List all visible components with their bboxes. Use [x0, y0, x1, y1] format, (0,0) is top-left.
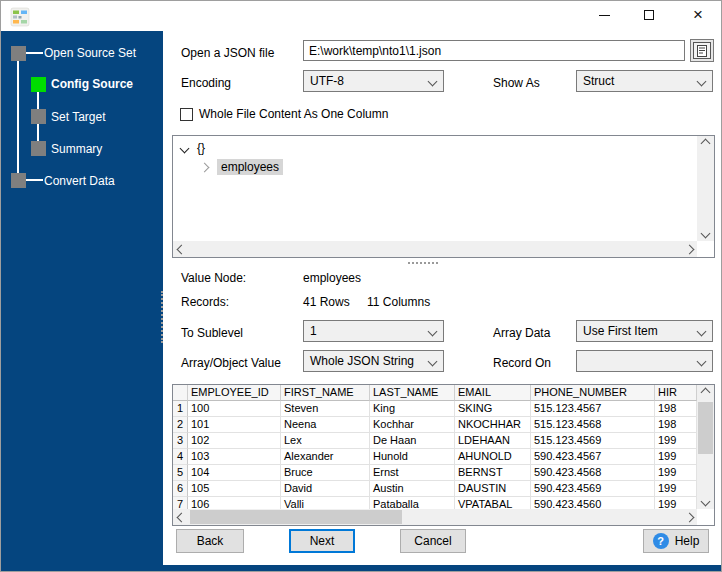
scroll-down-icon[interactable] — [697, 494, 714, 509]
next-button[interactable]: Next — [289, 529, 355, 553]
table-cell[interactable]: 199 — [655, 481, 697, 497]
table-cell[interactable]: 100 — [188, 401, 281, 417]
table-cell[interactable]: Hunold — [370, 449, 455, 465]
title-bar[interactable]: × — [1, 1, 721, 31]
scroll-up-icon[interactable] — [697, 136, 714, 151]
table-row[interactable]: 5104BruceErnstBERNST590.423.4568199 — [173, 465, 697, 481]
chevron-down-icon — [428, 76, 438, 86]
cancel-button[interactable]: Cancel — [400, 529, 466, 553]
table-cell[interactable]: De Haan — [370, 433, 455, 449]
back-button[interactable]: Back — [176, 529, 244, 553]
to-sublevel-select[interactable]: 1 — [303, 320, 444, 342]
table-cell[interactable]: Lex — [281, 433, 370, 449]
row-number-header[interactable] — [173, 385, 188, 401]
table-cell[interactable]: BERNST — [455, 465, 531, 481]
table-cell[interactable]: 105 — [188, 481, 281, 497]
table-cell[interactable]: DAUSTIN — [455, 481, 531, 497]
window-bottom-accent — [1, 565, 721, 571]
table-cell[interactable]: 515.123.4568 — [531, 417, 655, 433]
row-number-cell[interactable]: 6 — [173, 481, 188, 497]
scroll-right-icon[interactable] — [681, 241, 697, 257]
help-button[interactable]: ? Help — [643, 529, 709, 553]
table-row[interactable]: 4103AlexanderHunoldAHUNOLD590.423.456719… — [173, 449, 697, 465]
row-number-cell[interactable]: 5 — [173, 465, 188, 481]
table-cell[interactable]: 515.123.4569 — [531, 433, 655, 449]
scroll-up-icon[interactable] — [697, 385, 714, 400]
table-header-row: EMPLOYEE_IDFIRST_NAMELAST_NAMEEMAILPHONE… — [173, 385, 697, 401]
table-cell[interactable]: 199 — [655, 433, 697, 449]
scroll-right-icon[interactable] — [681, 509, 697, 525]
table-cell[interactable]: 199 — [655, 449, 697, 465]
column-header[interactable]: PHONE_NUMBER — [531, 385, 655, 401]
array-object-value-select[interactable]: Whole JSON String — [303, 350, 444, 372]
column-header[interactable]: LAST_NAME — [370, 385, 455, 401]
maximize-button[interactable] — [632, 1, 666, 29]
table-cell[interactable]: Ernst — [370, 465, 455, 481]
step-marker-config-source — [31, 77, 46, 92]
file-path-input[interactable] — [303, 40, 685, 61]
table-row[interactable]: 1100StevenKingSKING515.123.4567198 — [173, 401, 697, 417]
scroll-left-icon[interactable] — [173, 241, 189, 257]
table-cell[interactable]: AHUNOLD — [455, 449, 531, 465]
table-cell[interactable]: King — [370, 401, 455, 417]
column-header[interactable]: FIRST_NAME — [281, 385, 370, 401]
step-open-source-set: Open Source Set — [44, 46, 136, 60]
record-on-select[interactable] — [576, 350, 713, 372]
table-cell[interactable]: Neena — [281, 417, 370, 433]
browse-file-button[interactable] — [690, 39, 714, 62]
table-cell[interactable]: 198 — [655, 417, 697, 433]
row-number-cell[interactable]: 2 — [173, 417, 188, 433]
array-data-select[interactable]: Use First Item — [576, 320, 713, 342]
table-cell[interactable]: NKOCHHAR — [455, 417, 531, 433]
table-cell[interactable]: 590.423.4568 — [531, 465, 655, 481]
table-cell[interactable]: SKING — [455, 401, 531, 417]
encoding-select[interactable]: UTF-8 — [303, 70, 444, 92]
scroll-left-icon[interactable] — [173, 509, 189, 525]
vertical-splitter-grip[interactable] — [161, 291, 163, 343]
table-horizontal-scrollbar[interactable] — [173, 509, 697, 525]
table-cell[interactable]: 515.123.4567 — [531, 401, 655, 417]
whole-file-checkbox[interactable] — [180, 108, 193, 121]
tree-expanded-icon[interactable] — [180, 143, 190, 153]
column-header[interactable]: EMPLOYEE_ID — [188, 385, 281, 401]
table-cell[interactable]: Kochhar — [370, 417, 455, 433]
horizontal-splitter-grip[interactable] — [408, 262, 438, 264]
scroll-down-icon[interactable] — [697, 226, 714, 241]
table-cell[interactable]: LDEHAAN — [455, 433, 531, 449]
row-number-cell[interactable]: 1 — [173, 401, 188, 417]
close-button[interactable]: × — [681, 1, 715, 29]
table-cell[interactable]: 102 — [188, 433, 281, 449]
table-cell[interactable]: David — [281, 481, 370, 497]
row-number-cell[interactable]: 4 — [173, 449, 188, 465]
show-as-select[interactable]: Struct — [576, 70, 713, 92]
show-as-value: Struct — [583, 74, 614, 88]
column-header[interactable]: EMAIL — [455, 385, 531, 401]
table-cell[interactable]: Austin — [370, 481, 455, 497]
table-cell[interactable]: 101 — [188, 417, 281, 433]
table-row[interactable]: 3102LexDe HaanLDEHAAN515.123.4569199 — [173, 433, 697, 449]
tree-vertical-scrollbar[interactable] — [697, 136, 714, 241]
tree-horizontal-scrollbar[interactable] — [173, 241, 697, 257]
tree-collapsed-icon[interactable] — [200, 162, 210, 172]
table-vertical-scrollbar[interactable] — [697, 385, 714, 509]
step-connector-line — [37, 92, 39, 109]
table-row[interactable]: 6105DavidAustinDAUSTIN590.423.4569199 — [173, 481, 697, 497]
minimize-button[interactable] — [587, 1, 621, 29]
column-header[interactable]: HIR — [655, 385, 697, 401]
table-cell[interactable]: 198 — [655, 401, 697, 417]
tree-node-employees[interactable]: employees — [201, 159, 283, 175]
table-cell[interactable]: 103 — [188, 449, 281, 465]
table-cell[interactable]: 104 — [188, 465, 281, 481]
vertical-scroll-thumb[interactable] — [698, 402, 713, 454]
table-cell[interactable]: Bruce — [281, 465, 370, 481]
table-row[interactable]: 2101NeenaKochharNKOCHHAR515.123.4568198 — [173, 417, 697, 433]
table-cell[interactable]: 590.423.4567 — [531, 449, 655, 465]
horizontal-scroll-thumb[interactable] — [190, 510, 402, 524]
tree-node-root[interactable]: {} — [181, 141, 205, 155]
records-columns-value: 11 Columns — [367, 295, 430, 309]
table-cell[interactable]: Steven — [281, 401, 370, 417]
row-number-cell[interactable]: 3 — [173, 433, 188, 449]
table-cell[interactable]: Alexander — [281, 449, 370, 465]
table-cell[interactable]: 590.423.4569 — [531, 481, 655, 497]
table-cell[interactable]: 199 — [655, 465, 697, 481]
